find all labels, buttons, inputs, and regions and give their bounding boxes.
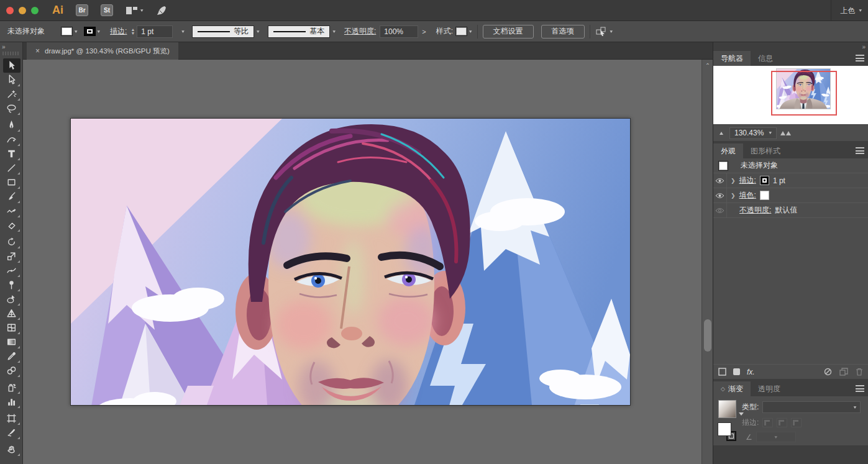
- chevron-down-icon[interactable]: ▾: [257, 29, 260, 34]
- tool-scale[interactable]: [3, 249, 21, 263]
- appearance-stroke-row[interactable]: ❯ 描边: 1 pt: [713, 173, 868, 188]
- stroke-weight-stepper[interactable]: ▲▼: [130, 28, 135, 35]
- panel-collapse-icon[interactable]: ◇: [721, 386, 725, 392]
- add-stroke-icon[interactable]: [718, 368, 726, 376]
- panel-menu-icon[interactable]: [856, 147, 864, 154]
- artboard[interactable]: [70, 118, 631, 406]
- opacity-row-label[interactable]: 不透明度:: [739, 205, 771, 216]
- tab-transparency[interactable]: 透明度: [751, 381, 788, 396]
- tool-selection[interactable]: [3, 58, 21, 73]
- stroke-swatch[interactable]: [84, 27, 96, 36]
- opacity-field[interactable]: 100%: [380, 25, 418, 38]
- stroke-color-swatch[interactable]: [760, 176, 769, 185]
- navigator-zoom-field[interactable]: 130.43% ▾: [729, 127, 777, 139]
- chevron-right-icon[interactable]: ❯: [731, 178, 736, 184]
- tool-line-segment[interactable]: [3, 161, 21, 175]
- workspace-switcher[interactable]: 上色 ▾: [831, 0, 862, 21]
- toolbar-grip[interactable]: [2, 52, 19, 55]
- clear-appearance-icon[interactable]: [824, 368, 832, 376]
- tab-navigator[interactable]: 导航器: [713, 51, 751, 66]
- bridge-button[interactable]: Br: [76, 4, 88, 16]
- gradient-stroke-within-icon[interactable]: [762, 418, 773, 427]
- tool-magic-wand[interactable]: [3, 87, 21, 101]
- arrange-documents-button[interactable]: ▾: [126, 6, 144, 15]
- minimize-window-button[interactable]: [19, 7, 26, 14]
- tool-slice[interactable]: [3, 425, 21, 440]
- scroll-up-icon[interactable]: ⌃: [702, 62, 713, 69]
- gpu-performance-button[interactable]: [156, 5, 167, 16]
- visibility-toggle[interactable]: [713, 203, 727, 217]
- visibility-toggle[interactable]: [713, 188, 727, 202]
- tool-pen[interactable]: [3, 118, 21, 132]
- navigator-preview[interactable]: [713, 66, 868, 124]
- expand-dock-icon[interactable]: »: [2, 43, 5, 50]
- zoom-in-mountain-icon[interactable]: [780, 131, 791, 135]
- width-profile-dropdown[interactable]: 等比: [192, 25, 254, 38]
- tool-blend[interactable]: [3, 363, 21, 378]
- fill-color-control[interactable]: ▾: [61, 27, 78, 36]
- navigator-view-box[interactable]: [771, 71, 837, 116]
- opacity-more-button[interactable]: >: [418, 28, 429, 35]
- tool-lasso[interactable]: [3, 101, 21, 116]
- opacity-label[interactable]: 不透明度:: [344, 26, 376, 37]
- tab-graphic-styles[interactable]: 图形样式: [743, 143, 788, 158]
- brush-definition-dropdown[interactable]: 基本: [268, 25, 330, 38]
- tool-gradient[interactable]: [3, 335, 21, 349]
- gradient-stroke-across-icon[interactable]: [791, 418, 802, 427]
- tool-column-graph[interactable]: [3, 394, 21, 409]
- tool-eyedropper[interactable]: [3, 349, 21, 363]
- tab-info[interactable]: 信息: [751, 51, 780, 66]
- appearance-opacity-row[interactable]: 不透明度: 默认值: [713, 203, 868, 218]
- tool-puppet-warp[interactable]: [3, 278, 21, 292]
- stroke-weight-label[interactable]: 描边:: [110, 26, 127, 37]
- tool-shaper[interactable]: [3, 204, 21, 218]
- fill-color-swatch[interactable]: [760, 191, 769, 200]
- tool-mesh[interactable]: [3, 321, 21, 335]
- tab-gradient[interactable]: ◇ 渐变: [713, 381, 751, 396]
- stroke-row-label[interactable]: 描边:: [739, 175, 756, 186]
- tool-artboard[interactable]: [3, 411, 21, 425]
- stroke-weight-field[interactable]: 1 pt: [137, 25, 173, 38]
- tab-appearance[interactable]: 外观: [713, 143, 743, 158]
- gradient-type-dropdown[interactable]: ▾: [762, 401, 861, 413]
- appearance-fill-row[interactable]: ❯ 填色:: [713, 188, 868, 203]
- panel-menu-icon[interactable]: [856, 385, 864, 392]
- gradient-fill-proxy[interactable]: [718, 422, 731, 436]
- tool-paintbrush[interactable]: [3, 189, 21, 204]
- tool-rotate[interactable]: [3, 235, 21, 249]
- tool-hand[interactable]: [3, 442, 21, 457]
- tool-direct-selection[interactable]: [3, 73, 21, 87]
- select-similar-button[interactable]: ▾: [595, 27, 613, 37]
- tool-type[interactable]: [3, 147, 21, 161]
- tool-curvature[interactable]: [3, 132, 21, 147]
- gradient-angle-dropdown[interactable]: ▾: [756, 432, 796, 442]
- trash-icon[interactable]: [856, 368, 863, 376]
- canvas[interactable]: [23, 60, 701, 464]
- tool-rectangle[interactable]: [3, 175, 21, 189]
- panel-menu-icon[interactable]: [856, 55, 864, 61]
- style-swatch[interactable]: [455, 27, 467, 36]
- zoom-window-button[interactable]: [31, 7, 39, 14]
- close-window-button[interactable]: [6, 7, 14, 14]
- gradient-stroke-along-icon[interactable]: [777, 418, 787, 427]
- duplicate-item-icon[interactable]: [839, 368, 848, 376]
- appearance-selection-row[interactable]: 未选择对象: [713, 158, 868, 173]
- tool-perspective-grid[interactable]: [3, 306, 21, 321]
- tool-shape-builder[interactable]: [3, 292, 21, 306]
- fill-swatch[interactable]: [61, 27, 73, 36]
- zoom-out-mountain-icon[interactable]: [720, 132, 723, 135]
- document-tab[interactable]: × draw.jpg* @ 130.43% (RGB/GPU 预览): [27, 42, 178, 60]
- chevron-down-icon[interactable]: ▾: [181, 29, 185, 34]
- close-tab-icon[interactable]: ×: [35, 47, 40, 55]
- add-effect-button[interactable]: fx.: [747, 368, 755, 376]
- document-setup-button[interactable]: 文档设置: [483, 25, 534, 39]
- fill-row-label[interactable]: 填色:: [739, 190, 756, 201]
- visibility-toggle[interactable]: [713, 173, 727, 188]
- tool-eraser[interactable]: [3, 218, 21, 232]
- preferences-button[interactable]: 首选项: [541, 25, 585, 39]
- canvas-scrollbar[interactable]: ⌃: [701, 60, 713, 464]
- gradient-preview-swatch[interactable]: [718, 400, 736, 418]
- chevron-right-icon[interactable]: ❯: [731, 193, 736, 199]
- stroke-color-control[interactable]: ▾: [84, 27, 101, 36]
- add-fill-icon[interactable]: [733, 368, 741, 376]
